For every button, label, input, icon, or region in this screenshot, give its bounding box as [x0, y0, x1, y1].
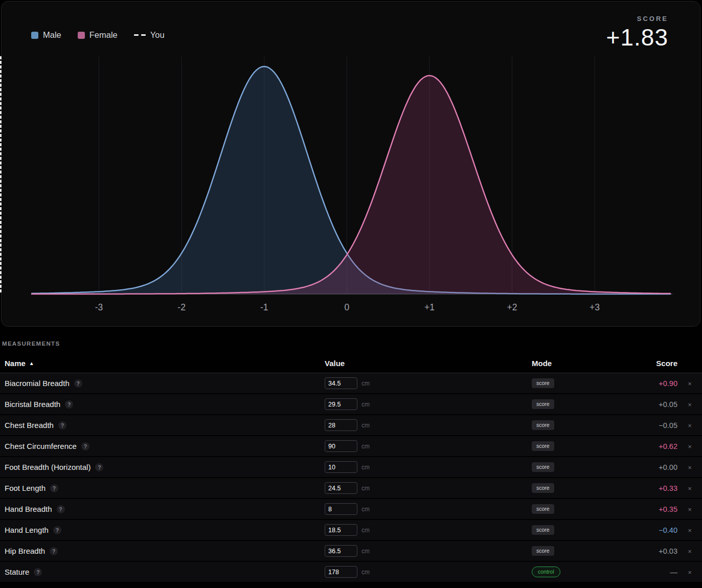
value-input[interactable] — [325, 482, 357, 494]
measurement-name: Chest Breadth — [5, 421, 54, 429]
unit-label: cm — [361, 443, 370, 450]
legend-label-female: Female — [89, 30, 118, 40]
remove-row-button[interactable]: × — [688, 380, 692, 388]
remove-row-button[interactable]: × — [688, 422, 692, 429]
chart-legend: Male Female You — [31, 30, 165, 40]
row-score-value: — — [670, 568, 678, 576]
value-input[interactable] — [325, 503, 357, 515]
score-value: +1.83 — [606, 24, 668, 51]
remove-row-button[interactable]: × — [688, 485, 692, 492]
row-score-value: −0.40 — [659, 526, 677, 534]
table-row: Foot Length ? cm score +0.33 × — [0, 478, 702, 499]
column-header-score[interactable]: Score — [614, 359, 677, 368]
x-tick-label: 0 — [331, 302, 362, 313]
mode-badge[interactable]: score — [532, 546, 554, 556]
value-input[interactable] — [325, 440, 357, 452]
remove-row-button[interactable]: × — [688, 506, 692, 513]
measurement-name: Hand Length — [5, 526, 49, 534]
x-axis-labels: -3-2-10+1+2+3 — [31, 302, 672, 314]
value-input[interactable] — [325, 566, 357, 578]
app-root: Male Female You SCORE +1.83 -3-2-10+1+2+… — [0, 0, 702, 588]
help-icon[interactable]: ? — [95, 463, 103, 471]
score-block: SCORE +1.83 — [606, 15, 668, 51]
unit-label: cm — [361, 548, 370, 555]
mode-badge[interactable]: score — [532, 504, 554, 514]
distribution-chart-panel: Male Female You SCORE +1.83 -3-2-10+1+2+… — [1, 1, 700, 327]
help-icon[interactable]: ? — [74, 379, 82, 388]
table-row: Chest Circumference ? cm score +0.62 × — [0, 436, 702, 457]
legend-item-male[interactable]: Male — [31, 30, 61, 40]
remove-row-button[interactable]: × — [688, 443, 692, 450]
table-row: Hand Length ? cm score −0.40 × — [0, 520, 702, 541]
value-input[interactable] — [325, 524, 357, 536]
x-tick-label: -1 — [249, 302, 280, 313]
sort-ascending-icon: ▲ — [29, 360, 34, 366]
row-score-value: +0.35 — [659, 505, 677, 513]
table-row: Hip Breadth ? cm score +0.03 × — [0, 541, 702, 562]
unit-label: cm — [361, 485, 370, 492]
help-icon[interactable]: ? — [53, 526, 61, 534]
column-header-mode[interactable]: Mode — [532, 359, 614, 368]
you-marker-line — [0, 56, 2, 292]
mode-badge[interactable]: control — [532, 567, 560, 577]
mode-badge[interactable]: score — [532, 399, 554, 409]
distribution-svg — [31, 56, 672, 295]
row-score-value: +0.33 — [659, 484, 677, 492]
x-tick-label: +3 — [579, 302, 610, 313]
measurements-section-label: MEASUREMENTS — [2, 341, 60, 347]
value-input[interactable] — [325, 377, 357, 389]
female-distribution-area — [31, 76, 672, 294]
measurement-name: Chest Circumference — [5, 442, 77, 450]
measurement-name: Bicristal Breadth — [5, 400, 60, 409]
measurement-name: Hand Breadth — [5, 505, 52, 513]
help-icon[interactable]: ? — [65, 400, 73, 409]
mode-badge[interactable]: score — [532, 441, 554, 451]
value-input[interactable] — [325, 461, 357, 473]
value-input[interactable] — [325, 419, 357, 431]
column-header-name-label: Name — [5, 359, 26, 368]
remove-row-button[interactable]: × — [688, 548, 692, 555]
mode-badge[interactable]: score — [532, 462, 554, 472]
measurement-name: Foot Length — [5, 484, 46, 492]
help-icon[interactable]: ? — [81, 442, 89, 450]
mode-badge[interactable]: score — [532, 378, 554, 388]
measurements-table-body: Biacromial Breadth ? cm score +0.90 × Bi… — [0, 373, 702, 583]
value-input[interactable] — [325, 545, 357, 557]
column-header-value-label: Value — [325, 359, 345, 368]
measurement-name: Biacromial Breadth — [5, 379, 70, 388]
table-row: Bicristal Breadth ? cm score +0.05 × — [0, 394, 702, 415]
table-row: Chest Breadth ? cm score −0.05 × — [0, 415, 702, 436]
row-score-value: +0.05 — [659, 400, 677, 409]
female-swatch-icon — [78, 32, 85, 39]
help-icon[interactable]: ? — [57, 505, 65, 513]
value-input[interactable] — [325, 398, 357, 410]
legend-item-female[interactable]: Female — [78, 30, 118, 40]
remove-row-button[interactable]: × — [688, 527, 692, 534]
you-dash-icon — [134, 34, 146, 36]
column-header-mode-label: Mode — [532, 359, 552, 368]
remove-row-button[interactable]: × — [688, 401, 692, 409]
mode-badge[interactable]: score — [532, 525, 554, 535]
column-header-score-label: Score — [656, 359, 677, 368]
help-icon[interactable]: ? — [50, 547, 58, 555]
table-row: Hand Breadth ? cm score +0.35 × — [0, 499, 702, 520]
mode-badge[interactable]: score — [532, 483, 554, 493]
help-icon[interactable]: ? — [34, 568, 42, 576]
x-tick-label: -3 — [84, 302, 115, 313]
distribution-plot — [31, 56, 672, 295]
legend-label-male: Male — [43, 30, 61, 40]
legend-item-you[interactable]: You — [134, 30, 165, 40]
remove-row-button[interactable]: × — [688, 569, 692, 576]
row-score-value: −0.05 — [659, 421, 677, 429]
table-header: Name ▲ Value Mode Score — [0, 354, 702, 373]
measurement-name: Foot Breadth (Horizontal) — [5, 463, 90, 471]
column-header-value[interactable]: Value — [321, 359, 532, 368]
unit-label: cm — [361, 527, 370, 534]
remove-row-button[interactable]: × — [688, 464, 692, 471]
legend-label-you: You — [150, 30, 165, 40]
help-icon[interactable]: ? — [50, 484, 58, 492]
help-icon[interactable]: ? — [58, 421, 66, 429]
unit-label: cm — [361, 401, 370, 408]
mode-badge[interactable]: score — [532, 420, 554, 430]
column-header-name[interactable]: Name ▲ — [0, 359, 321, 368]
